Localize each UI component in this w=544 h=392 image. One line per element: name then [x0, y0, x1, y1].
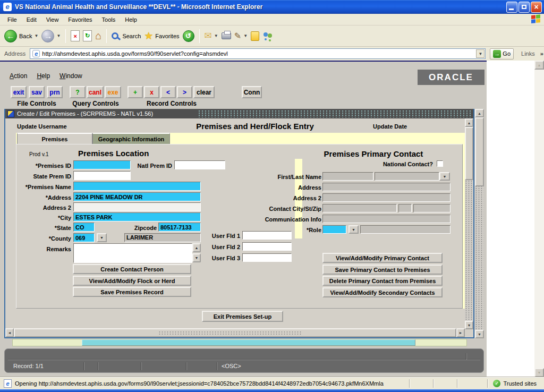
horizontal-scroll-thumb[interactable]: [14, 328, 456, 337]
remarks-scroll-down-button[interactable]: [192, 253, 201, 262]
city-field[interactable]: [73, 212, 201, 221]
edit-button[interactable]: ✎ ▼: [234, 31, 248, 41]
menu-tools[interactable]: Tools: [98, 15, 120, 24]
save-button-toolbar[interactable]: sav: [29, 86, 45, 98]
scroll-down-button[interactable]: [475, 330, 484, 338]
form-horizontal-scrollbar[interactable]: [5, 328, 465, 337]
menu-edit[interactable]: Edit: [22, 15, 41, 24]
print-button-toolbar[interactable]: prn: [47, 86, 63, 98]
menu-view[interactable]: View: [42, 15, 63, 24]
save-premises-record-button[interactable]: Save Premises Record: [73, 287, 191, 297]
mdi-horizontal-scrollbar[interactable]: [12, 339, 467, 346]
national-contact-checkbox[interactable]: [437, 160, 443, 167]
oracle-menu-action[interactable]: Action: [10, 72, 27, 80]
forward-dropdown-icon[interactable]: ▼: [56, 33, 61, 38]
premises-form-window: Create / Edit Premises - (SCRPREMS - NAT…: [4, 109, 474, 338]
scroll-up-button[interactable]: [465, 118, 473, 127]
browser-vertical-scrollbar[interactable]: [534, 61, 544, 377]
arrow-down-icon: [478, 333, 481, 336]
tab-geographic-information[interactable]: Geographic Information: [92, 133, 170, 144]
mdi-vertical-scrollbar[interactable]: [475, 109, 484, 338]
go-button[interactable]: → Go: [490, 48, 514, 59]
address-field[interactable]: [73, 192, 201, 201]
user-fld2-field[interactable]: [242, 242, 292, 251]
premises-name-field[interactable]: [73, 182, 201, 191]
remarks-scroll-up-button[interactable]: [192, 243, 201, 252]
exit-premises-setup-button[interactable]: Exit Premises Set-up: [202, 311, 283, 322]
scroll-right-button[interactable]: [456, 328, 465, 337]
scroll-up-button[interactable]: [475, 109, 484, 117]
role-dropdown-button[interactable]: [348, 225, 359, 234]
messenger-button[interactable]: [262, 31, 273, 41]
oracle-menu-window[interactable]: Window: [60, 72, 82, 80]
county-dropdown-button[interactable]: [97, 233, 107, 242]
menu-favorites[interactable]: Favorites: [64, 15, 96, 24]
tab-premises[interactable]: Premises: [17, 133, 92, 144]
delete-primary-contact-button[interactable]: Delete Primary Contact from Premises: [322, 276, 443, 286]
menu-help[interactable]: Help: [121, 15, 141, 24]
minimize-button[interactable]: [506, 2, 517, 13]
conn-button[interactable]: Conn: [242, 86, 262, 98]
print-button[interactable]: [222, 32, 231, 39]
back-button[interactable]: ← Back ▼: [4, 30, 38, 42]
delete-record-button[interactable]: x: [144, 86, 159, 98]
stop-button[interactable]: ×: [71, 30, 80, 41]
mail-dropdown-icon[interactable]: ▼: [214, 33, 218, 38]
status-message: Opening http://ahsmdevtest.aphis.usda.go…: [15, 380, 384, 387]
vertical-scroll-thumb[interactable]: [465, 127, 473, 180]
oracle-menu-help[interactable]: Help: [37, 72, 50, 80]
next-record-button[interactable]: >: [177, 86, 192, 98]
view-add-modify-secondary-contacts-button[interactable]: View/Add/Modify Secondary Contacts: [322, 287, 443, 297]
exit-button-toolbar[interactable]: exit: [11, 86, 27, 98]
view-add-modify-primary-contact-button[interactable]: View/Add/Modify Primary Contact: [322, 253, 443, 263]
home-button[interactable]: ⌂: [95, 30, 101, 42]
remarks-label: Remarks: [16, 246, 71, 252]
menu-file[interactable]: File: [3, 15, 21, 24]
address-input[interactable]: e http://ahsmdevtest.aphis.usda.gov/form…: [30, 48, 486, 59]
restore-button[interactable]: [518, 2, 530, 13]
natl-prem-id-field[interactable]: [174, 160, 225, 169]
edit-dropdown-icon[interactable]: ▼: [243, 33, 248, 38]
scroll-left-button[interactable]: [5, 328, 14, 337]
links-label[interactable]: Links: [521, 50, 535, 57]
address-dropdown-icon[interactable]: ▼: [476, 49, 484, 58]
user-fld3-field[interactable]: [242, 253, 292, 262]
role-field[interactable]: [322, 225, 346, 234]
cancel-query-button[interactable]: canl: [87, 86, 104, 98]
execute-query-button[interactable]: exe: [105, 86, 121, 98]
premises-id-field[interactable]: [73, 160, 131, 169]
refresh-button[interactable]: ↻: [83, 30, 92, 41]
clear-button[interactable]: clear: [193, 86, 215, 98]
forward-button[interactable]: → ▼: [41, 30, 61, 42]
enter-query-button[interactable]: ?: [70, 86, 86, 98]
links-chevron-icon[interactable]: »: [540, 50, 543, 57]
search-button[interactable]: Search: [112, 32, 141, 39]
back-label: Back: [19, 33, 32, 39]
view-add-modify-flock-or-herd-button[interactable]: View/Add/Modify Flock or Herd: [73, 276, 191, 286]
address2-field[interactable]: [73, 202, 201, 211]
notes-button[interactable]: [251, 31, 259, 41]
scroll-down-button[interactable]: [465, 321, 473, 329]
name-dropdown-button[interactable]: [439, 172, 450, 181]
save-primary-contact-button[interactable]: Save Primary Contact to Premises: [322, 265, 443, 275]
scroll-up-button[interactable]: [534, 61, 544, 70]
county-field[interactable]: [73, 233, 95, 242]
back-dropdown-icon[interactable]: ▼: [34, 33, 38, 38]
remarks-field[interactable]: [73, 243, 192, 263]
scroll-down-button[interactable]: [534, 368, 544, 377]
mail-button[interactable]: ✉ ▼: [205, 30, 218, 41]
history-button[interactable]: ↺: [183, 30, 194, 42]
state-prem-id-field[interactable]: [73, 171, 131, 180]
favorites-button[interactable]: ★ Favorites: [144, 30, 179, 42]
state-field[interactable]: [73, 223, 95, 232]
add-record-button[interactable]: +: [128, 86, 143, 98]
form-vertical-scrollbar[interactable]: [465, 118, 473, 329]
mdi-scroll-thumb[interactable]: [475, 117, 484, 186]
create-contact-person-button[interactable]: Create Contact Person: [73, 264, 191, 274]
zipcode-field[interactable]: [158, 223, 201, 232]
form-title-bar[interactable]: Create / Edit Premises - (SCRPREMS - NAT…: [5, 109, 473, 118]
mdi-horizontal-scroll-thumb[interactable]: [82, 339, 415, 346]
previous-record-button[interactable]: <: [160, 86, 176, 98]
status-separator: [457, 379, 457, 388]
close-button[interactable]: ×: [531, 2, 542, 13]
